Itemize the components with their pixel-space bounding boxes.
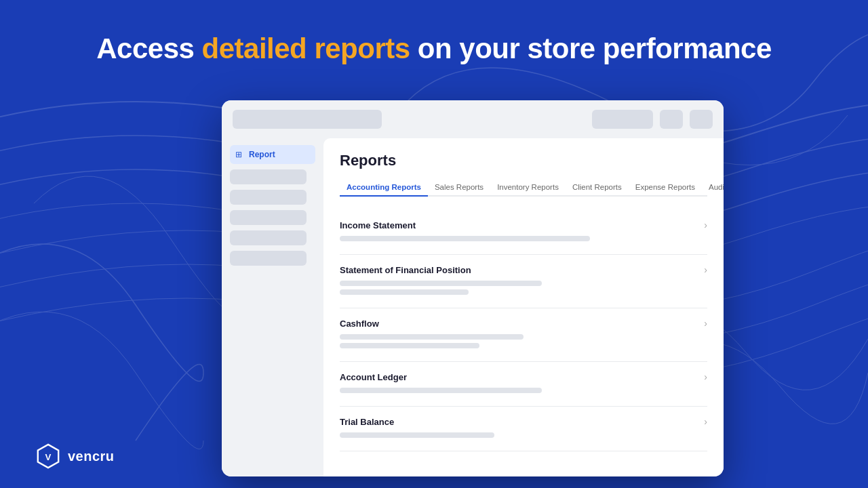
vencru-hex-icon: V: [35, 443, 61, 469]
skeleton-line: [340, 432, 494, 438]
skeleton-line: [340, 343, 479, 348]
tab-audit-trial[interactable]: Audit Trial: [702, 179, 724, 197]
tabs-bar: Accounting Reports Sales Reports Invento…: [340, 179, 707, 197]
main-panel: Reports Accounting Reports Sales Reports…: [323, 138, 724, 476]
page-title: Reports: [340, 152, 707, 169]
report-item-cashflow[interactable]: Cashflow ›: [340, 308, 707, 362]
tab-sales-reports[interactable]: Sales Reports: [428, 179, 490, 197]
report-item-trial-balance[interactable]: Trial Balance ›: [340, 407, 707, 451]
tab-expense-reports[interactable]: Expense Reports: [629, 179, 702, 197]
svg-text:V: V: [45, 452, 52, 462]
content-area: ⊞ Report Reports Accounting Reports Sale…: [222, 138, 724, 476]
sidebar-item-label: Report: [249, 150, 275, 159]
hero-title: Access detailed reports on your store pe…: [0, 33, 868, 65]
chevron-icon-income: ›: [704, 220, 707, 230]
chevron-icon-trial: ›: [704, 416, 707, 427]
skeleton-line: [340, 281, 542, 286]
sidebar-placeholder-3: [230, 210, 307, 225]
report-item-income-statement[interactable]: Income Statement ›: [340, 210, 707, 255]
report-title-cashflow: Cashflow: [340, 319, 379, 329]
topbar-icon-2[interactable]: [690, 110, 713, 129]
skeleton-line: [340, 236, 590, 241]
tab-accounting-reports[interactable]: Accounting Reports: [340, 179, 428, 197]
vencru-logo: V vencru: [35, 443, 115, 469]
sidebar-placeholder-1: [230, 169, 307, 184]
sidebar: ⊞ Report: [222, 138, 323, 476]
tab-client-reports[interactable]: Client Reports: [566, 179, 629, 197]
chevron-icon-cashflow: ›: [704, 318, 707, 329]
skeleton-line: [340, 289, 469, 295]
report-title-trial: Trial Balance: [340, 417, 394, 427]
report-item-account-ledger[interactable]: Account Ledger ›: [340, 362, 707, 407]
app-window: ⊞ Report Reports Accounting Reports Sale…: [222, 100, 724, 476]
sidebar-placeholder-4: [230, 230, 307, 245]
sidebar-item-report[interactable]: ⊞ Report: [230, 145, 315, 164]
topbar-icon-1[interactable]: [660, 110, 683, 129]
chevron-icon-ledger: ›: [704, 371, 707, 382]
report-title-financial: Statement of Financial Position: [340, 265, 471, 275]
vencru-brand-name: vencru: [68, 449, 115, 464]
top-bar: [222, 100, 724, 138]
skeleton-line: [340, 388, 542, 393]
sidebar-placeholder-2: [230, 190, 307, 205]
topbar-button[interactable]: [592, 110, 653, 129]
skeleton-line: [340, 334, 524, 340]
tab-inventory-reports[interactable]: Inventory Reports: [490, 179, 566, 197]
chevron-icon-financial: ›: [704, 264, 707, 275]
topbar-search[interactable]: [233, 110, 382, 129]
grid-icon: ⊞: [235, 150, 245, 159]
report-title-ledger: Account Ledger: [340, 372, 407, 382]
sidebar-placeholder-5: [230, 251, 307, 266]
report-item-financial-position[interactable]: Statement of Financial Position ›: [340, 255, 707, 308]
report-title-income: Income Statement: [340, 220, 416, 230]
